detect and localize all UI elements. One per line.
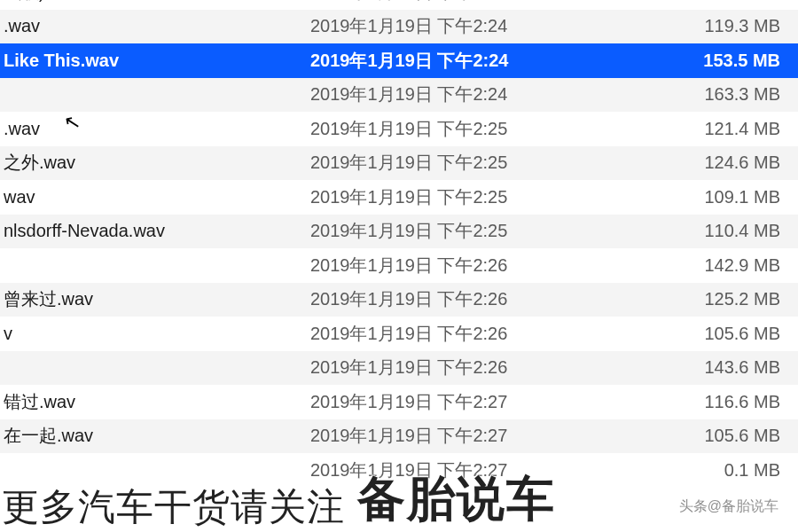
file-date-cell: 2019年1月19日 下午2:25 [310, 117, 576, 141]
file-row[interactable]: 2019年1月19日 下午2:24163.3 MB [0, 78, 798, 113]
watermark-text: 头条@备胎说车 [679, 497, 778, 516]
file-size-cell: 143.6 MB [576, 357, 798, 378]
file-date-cell: 2019年1月19日 下午2:26 [310, 287, 576, 311]
file-date-cell: 2019年1月19日 下午2:24 [310, 0, 576, 4]
file-name-cell: Like This.wav [0, 51, 310, 71]
file-row[interactable]: 2019年1月19日 下午2:270.1 MB [0, 453, 798, 488]
file-date-cell: 2019年1月19日 下午2:24 [310, 49, 576, 73]
file-size-cell: 105.6 MB [576, 426, 798, 446]
caption-overlay: 更多汽车干货请关注 备胎说车 [0, 481, 798, 532]
file-size-cell: 125.2 MB [576, 289, 798, 309]
file-name-cell: 式版).wav [0, 0, 310, 4]
file-date-cell: 2019年1月19日 下午2:27 [310, 424, 576, 448]
file-row[interactable]: 错过.wav2019年1月19日 下午2:27116.6 MB [0, 385, 798, 419]
file-row[interactable]: .wav2019年1月19日 下午2:24119.3 MB [0, 10, 798, 44]
file-row[interactable]: 之外.wav2019年1月19日 下午2:25124.6 MB [0, 146, 798, 181]
file-name-cell: 之外.wav [0, 151, 310, 175]
file-date-cell: 2019年1月19日 下午2:27 [310, 458, 576, 482]
file-size-cell: 119.3 MB [576, 16, 798, 36]
file-date-cell: 2019年1月19日 下午2:26 [310, 322, 576, 346]
file-size-cell: 116.6 MB [576, 392, 798, 412]
file-date-cell: 2019年1月19日 下午2:24 [310, 82, 576, 106]
file-date-cell: 2019年1月19日 下午2:24 [310, 14, 576, 38]
file-date-cell: 2019年1月19日 下午2:25 [310, 151, 576, 175]
file-date-cell: 2019年1月19日 下午2:27 [310, 390, 576, 414]
file-size-cell: 0.1 MB [576, 460, 798, 481]
file-row[interactable]: nlsdorff-Nevada.wav2019年1月19日 下午2:25110.… [0, 215, 798, 249]
file-name-cell: v [0, 324, 310, 344]
file-size-cell: 105.6 MB [576, 324, 798, 344]
file-row[interactable]: wav2019年1月19日 下午2:25109.1 MB [0, 180, 798, 215]
file-row[interactable]: 式版).wav2019年1月19日 下午2:24114.6 MB [0, 0, 798, 10]
file-name-cell: .wav [0, 119, 310, 139]
file-row[interactable]: 2019年1月19日 下午2:26143.6 MB [0, 351, 798, 386]
file-list[interactable]: 式版).wav2019年1月19日 下午2:24114.6 MB.wav2019… [0, 0, 798, 488]
file-name-cell: nlsdorff-Nevada.wav [0, 221, 310, 241]
file-size-cell: 163.3 MB [576, 84, 798, 105]
file-size-cell: 110.4 MB [576, 221, 798, 241]
file-date-cell: 2019年1月19日 下午2:25 [310, 185, 576, 209]
file-size-cell: 121.4 MB [576, 119, 798, 139]
file-row[interactable]: Like This.wav2019年1月19日 下午2:24153.5 MB [0, 43, 798, 78]
file-row[interactable]: .wav2019年1月19日 下午2:25121.4 MB [0, 112, 798, 146]
file-size-cell: 142.9 MB [576, 255, 798, 276]
file-row[interactable]: 2019年1月19日 下午2:26142.9 MB [0, 248, 798, 283]
file-row[interactable]: v2019年1月19日 下午2:26105.6 MB [0, 317, 798, 351]
file-name-cell: 在一起.wav [0, 424, 310, 448]
file-size-cell: 109.1 MB [576, 187, 798, 207]
file-size-cell: 124.6 MB [576, 153, 798, 173]
file-name-cell: 曾来过.wav [0, 287, 310, 311]
file-date-cell: 2019年1月19日 下午2:26 [310, 356, 576, 379]
file-row[interactable]: 曾来过.wav2019年1月19日 下午2:26125.2 MB [0, 283, 798, 317]
caption-text-1: 更多汽车干货请关注 [2, 482, 345, 532]
file-date-cell: 2019年1月19日 下午2:26 [310, 254, 576, 278]
file-size-cell: 114.6 MB [576, 0, 798, 3]
file-size-cell: 153.5 MB [576, 51, 798, 71]
file-name-cell: .wav [0, 16, 310, 36]
file-name-cell: 错过.wav [0, 390, 310, 414]
file-name-cell: wav [0, 187, 310, 207]
file-row[interactable]: 在一起.wav2019年1月19日 下午2:27105.6 MB [0, 419, 798, 454]
file-date-cell: 2019年1月19日 下午2:25 [310, 219, 576, 243]
